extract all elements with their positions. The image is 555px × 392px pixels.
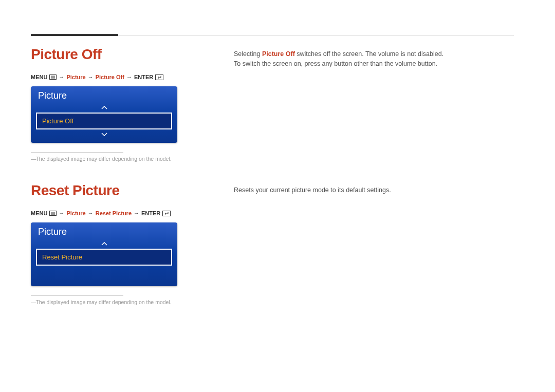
osd-header: Picture	[31, 222, 177, 240]
menu-icon	[49, 211, 57, 216]
breadcrumb-path2: Reset Picture	[96, 210, 132, 216]
enter-icon	[162, 211, 171, 216]
osd-panel-picture-off: Picture Picture Off	[31, 86, 177, 143]
breadcrumb-path1: Picture	[66, 74, 85, 80]
osd-up-arrow[interactable]	[31, 104, 177, 111]
osd-panel-reset-picture: Picture Reset Picture	[31, 222, 177, 286]
desc-line2: To switch the screen on, press any butto…	[234, 59, 514, 69]
desc-bold: Picture Off	[262, 50, 295, 58]
desc-pre: Resets your current picture mode to its …	[234, 186, 391, 194]
osd-header: Picture	[31, 86, 177, 104]
section-picture-off: Picture Off MENU → Picture → Picture Off…	[31, 46, 514, 162]
osd-selected-item[interactable]: Reset Picture	[36, 249, 172, 266]
section-reset-picture: Reset Picture MENU → Picture → Reset Pic…	[31, 182, 514, 305]
menu-icon	[49, 74, 57, 80]
footnote-text: The displayed image may differ depending…	[31, 296, 185, 305]
arrow-icon: →	[59, 210, 64, 216]
arrow-icon: →	[126, 74, 132, 80]
enter-icon	[155, 74, 163, 80]
breadcrumb-menu: MENU	[31, 74, 47, 80]
osd-spacer	[31, 267, 177, 281]
osd-up-arrow[interactable]	[31, 240, 177, 248]
arrow-icon: →	[88, 210, 94, 216]
desc-post: switches off the screen. The volume is n…	[295, 50, 443, 58]
section-title: Reset Picture	[31, 182, 203, 199]
footnote-text: The displayed image may differ depending…	[31, 153, 185, 162]
description: Selecting Picture Off switches off the s…	[234, 46, 514, 162]
breadcrumb-enter: ENTER	[134, 74, 153, 80]
arrow-icon: →	[88, 74, 94, 80]
osd-selected-item[interactable]: Picture Off	[36, 113, 172, 129]
breadcrumb-enter: ENTER	[141, 210, 160, 216]
osd-down-arrow[interactable]	[31, 130, 177, 138]
breadcrumb-menu: MENU	[31, 210, 47, 216]
breadcrumb: MENU → Picture → Reset Picture → ENTER	[31, 210, 203, 216]
arrow-icon: →	[59, 74, 64, 80]
header-accent	[31, 34, 118, 36]
breadcrumb-path1: Picture	[66, 210, 85, 216]
desc-pre: Selecting	[234, 50, 262, 58]
description: Resets your current picture mode to its …	[234, 182, 514, 305]
arrow-icon: →	[134, 210, 139, 216]
section-title: Picture Off	[31, 46, 203, 63]
breadcrumb-path2: Picture Off	[96, 74, 124, 80]
breadcrumb: MENU → Picture → Picture Off → ENTER	[31, 74, 203, 80]
